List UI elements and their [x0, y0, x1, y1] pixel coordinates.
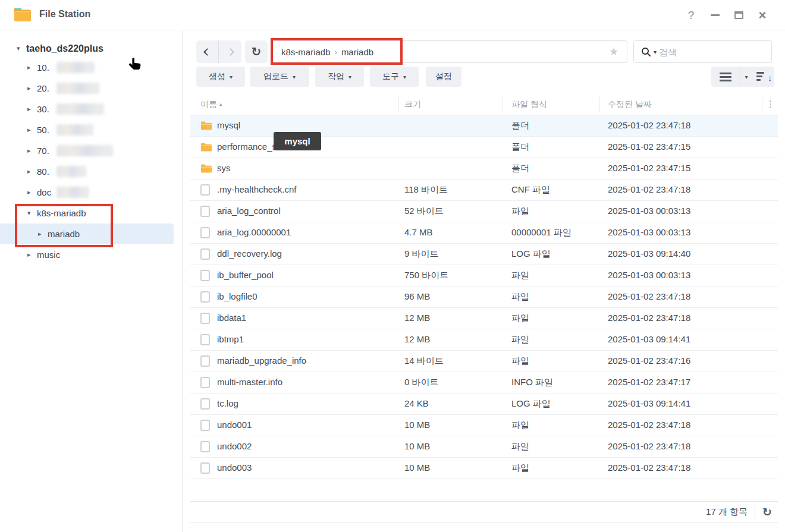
back-button[interactable]	[196, 40, 219, 63]
tree-expand-arrow-icon[interactable]: ▸	[27, 147, 31, 155]
table-row[interactable]: ibdata1 12 MB 파일 2025-01-02 23:47:18	[190, 308, 778, 329]
chevron-down-icon: ▾	[348, 74, 351, 80]
tree-expand-arrow-icon[interactable]: ▸	[27, 64, 31, 71]
tree-expand-arrow-icon[interactable]: ▸	[27, 168, 31, 175]
sidebar-tree-item[interactable]: ▸ doc	[0, 182, 183, 203]
action-button[interactable]: 작업▾	[315, 67, 364, 87]
table-row[interactable]: ib_buffer_pool 750 바이트 파일 2025-01-03 00:…	[190, 265, 778, 287]
column-options-button[interactable]: ⋮	[766, 99, 775, 109]
file-date: 2025-01-02 23:47:17	[608, 377, 690, 387]
address-bar[interactable]: k8s-mariadb › mariadb ★	[272, 40, 627, 63]
sidebar-tree-item[interactable]: ▸ 20.	[0, 78, 183, 99]
column-header-size[interactable]: 크기	[404, 99, 421, 110]
table-row[interactable]: aria_log_control 52 바이트 파일 2025-01-03 00…	[190, 201, 778, 222]
tree-item-label: 50.	[37, 125, 49, 135]
sidebar-tree-item[interactable]: ▸ mariadb	[0, 223, 174, 244]
help-icon: ?	[688, 9, 695, 22]
tree-expand-arrow-icon[interactable]: ▸	[27, 84, 31, 92]
refresh-button[interactable]: ↻	[245, 40, 268, 63]
file-icon	[200, 291, 212, 303]
file-size: 0 바이트	[404, 377, 439, 388]
table-row[interactable]: undo003 10 MB 파일 2025-01-02 23:47:18	[190, 458, 778, 479]
tree-expand-arrow-icon[interactable]: ▸	[38, 230, 42, 238]
table-header: 이름▴ 크기 파일 형식 수정된 날짜 ⋮	[190, 94, 778, 115]
file-type: 파일	[511, 270, 529, 281]
tree-expand-arrow-icon[interactable]: ▾	[17, 45, 20, 52]
table-row[interactable]: mariadb_upgrade_info 14 바이트 파일 2025-01-0…	[190, 351, 778, 372]
file-date: 2025-01-02 23:47:18	[608, 420, 690, 430]
file-icon	[200, 248, 212, 260]
tree-item-label: 20.	[37, 83, 49, 93]
folder-icon	[200, 141, 212, 153]
table-row[interactable]: multi-master.info 0 바이트 INFO 파일 2025-01-…	[190, 372, 778, 394]
item-count-label: 17 개 항목	[706, 506, 748, 518]
file-date: 2025-01-02 23:47:16	[608, 355, 690, 366]
search-icon[interactable]	[641, 47, 651, 57]
upload-button[interactable]: 업로드▾	[250, 67, 309, 87]
close-button[interactable]: ×	[751, 4, 774, 27]
toolbar-button-label: 도구	[382, 71, 399, 82]
sidebar-tree-item[interactable]: ▸ 80.	[0, 161, 183, 182]
table-row[interactable]: undo002 10 MB 파일 2025-01-02 23:47:18	[190, 436, 778, 458]
favorite-button[interactable]: ★	[601, 41, 627, 62]
search-input[interactable]	[659, 47, 771, 57]
table-row[interactable]: ddl_recovery.log 9 바이트 LOG 파일 2025-01-03…	[190, 244, 778, 265]
sidebar-tree-item[interactable]: ▾ taeho_ds220plus	[0, 38, 183, 59]
chevron-down-icon: ▾	[745, 74, 748, 80]
tree-expand-arrow-icon[interactable]: ▸	[27, 126, 31, 134]
column-divider[interactable]	[398, 97, 399, 112]
column-header-name[interactable]: 이름▴	[200, 99, 222, 110]
file-name: aria_log_control	[217, 206, 281, 216]
column-header-date[interactable]: 수정된 날짜	[608, 99, 652, 110]
blurred-label-placeholder	[56, 145, 113, 156]
file-date: 2025-01-02 23:47:15	[608, 163, 690, 173]
file-icon	[200, 227, 212, 239]
table-row[interactable]: tc.log 24 KB LOG 파일 2025-01-03 09:14:41	[190, 394, 778, 415]
settings-button[interactable]: 설정	[426, 67, 461, 87]
title-bar: File Station ? ×	[0, 0, 785, 30]
column-header-type[interactable]: 파일 형식	[511, 99, 547, 110]
breadcrumb-item-parent[interactable]: k8s-mariadb	[281, 47, 331, 57]
drag-tooltip: mysql	[274, 132, 321, 150]
table-row[interactable]: ib_logfile0 96 MB 파일 2025-01-02 23:47:18	[190, 287, 778, 308]
table-row[interactable]: undo001 10 MB 파일 2025-01-02 23:47:18	[190, 415, 778, 436]
maximize-button[interactable]	[727, 4, 751, 27]
sidebar-tree-item[interactable]: ▸ 30.	[0, 99, 183, 119]
tree-item-label: doc	[37, 187, 51, 197]
tree-expand-arrow-icon[interactable]: ▾	[27, 209, 31, 217]
toolbar-button-label: 생성	[209, 71, 225, 82]
table-row[interactable]: aria_log.00000001 4.7 MB 00000001 파일 202…	[190, 222, 778, 244]
tree-expand-arrow-icon[interactable]: ▸	[27, 251, 31, 259]
sidebar-tree-item[interactable]: ▸ music	[0, 244, 183, 265]
minimize-button[interactable]	[703, 4, 727, 27]
column-divider[interactable]	[762, 97, 762, 112]
help-button[interactable]: ?	[679, 4, 703, 27]
list-refresh-button[interactable]: ↻	[762, 505, 774, 519]
sidebar-tree-item[interactable]: ▸ 10.	[0, 57, 183, 78]
file-type: INFO 파일	[511, 377, 553, 388]
table-row[interactable]: sys 폴더 2025-01-02 23:47:15	[190, 158, 778, 180]
breadcrumb-item-current[interactable]: mariadb	[341, 47, 373, 57]
sidebar-tree-item[interactable]: ▾ k8s-mariadb	[0, 203, 183, 223]
file-date: 2025-01-02 23:47:18	[608, 291, 690, 301]
file-size: 14 바이트	[404, 355, 444, 367]
file-icon	[200, 270, 212, 282]
sort-button[interactable]: ↓	[751, 67, 774, 87]
sidebar-tree-item[interactable]: ▸ 70.	[0, 140, 183, 161]
tools-button[interactable]: 도구▾	[370, 67, 419, 87]
nav-button-group	[196, 40, 241, 63]
tree-expand-arrow-icon[interactable]: ▸	[27, 105, 31, 113]
folder-icon	[200, 163, 212, 175]
column-divider[interactable]	[503, 97, 503, 112]
sidebar-tree-item[interactable]: ▸ 50.	[0, 119, 183, 140]
view-mode-button[interactable]	[711, 67, 740, 87]
tree-expand-arrow-icon[interactable]: ▸	[27, 188, 31, 196]
table-row[interactable]: .my-healthcheck.cnf 118 바이트 CNF 파일 2025-…	[190, 180, 778, 201]
table-row[interactable]: ibtmp1 12 MB 파일 2025-01-03 09:14:41	[190, 329, 778, 351]
column-divider[interactable]	[599, 97, 600, 112]
create-button[interactable]: 생성▾	[196, 67, 245, 87]
file-date: 2025-01-03 00:03:13	[608, 270, 690, 280]
forward-button[interactable]	[219, 40, 241, 63]
app-title: File Station	[39, 9, 90, 20]
search-filter-caret-icon[interactable]: ▾	[654, 49, 657, 55]
